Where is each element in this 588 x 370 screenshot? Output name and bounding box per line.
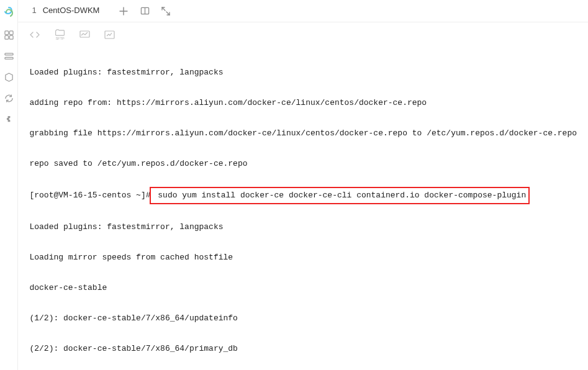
chart-tool-icon[interactable] [104,29,115,40]
term-line: repo saved to /etc/yum.repos.d/docker-ce… [29,156,577,172]
svg-rect-3 [9,35,13,39]
svg-rect-4 [5,53,13,55]
term-line: docker-ce-stable [29,281,577,296]
term-line: grabbing file https://mirrors.aliyun.com… [29,126,577,142]
tab-bar: 1 CentOS-DWKM [18,0,588,22]
terminal-output[interactable]: Loaded plugins: fastestmirror, langpacks… [18,47,588,370]
extensions-icon[interactable] [4,114,14,124]
term-line: adding repo from: https://mirrors.aliyun… [29,96,577,111]
fullscreen-button[interactable] [160,6,171,17]
term-line: Loaded plugins: fastestmirror, langpacks [29,220,577,235]
app-logo-icon [2,6,15,19]
servers-icon[interactable] [4,30,14,40]
svg-rect-1 [9,30,13,34]
sync-icon[interactable] [4,93,14,103]
svg-rect-0 [5,30,9,34]
term-line: (2/2): docker-ce-stable/7/x86_64/primary… [29,341,577,357]
tab-session[interactable]: 1 CentOS-DWKM [25,0,106,22]
term-line: (1/2): docker-ce-stable/7/x86_64/updatei… [29,311,577,327]
activity-bar [0,0,18,370]
highlighted-command: sudo yum install docker-ce docker-ce-cli… [150,187,530,205]
list-icon[interactable] [4,51,14,61]
term-line: Loading mirror speeds from cached hostfi… [29,250,577,266]
cube-icon[interactable] [4,72,14,82]
code-tool-icon[interactable] [29,29,40,40]
svg-rect-5 [5,57,13,59]
new-tab-button[interactable] [118,6,129,17]
tab-index: 1 [32,6,36,15]
sftp-label: SFTP [55,37,64,40]
term-prompt-line: [root@VM-16-15-centos ~]# sudo yum insta… [29,187,577,205]
sftp-tool-icon[interactable]: SFTP [54,29,65,40]
term-line: Loaded plugins: fastestmirror, langpacks [29,65,577,81]
svg-rect-2 [5,35,9,39]
tab-title: CentOS-DWKM [43,6,100,15]
split-pane-button[interactable] [139,6,150,17]
monitor-tool-icon[interactable] [79,29,90,40]
session-toolbar: SFTP [18,22,588,47]
prompt: [root@VM-16-15-centos ~]# [29,191,150,200]
main-area: 1 CentOS-DWKM SFTP Loa [18,0,588,370]
